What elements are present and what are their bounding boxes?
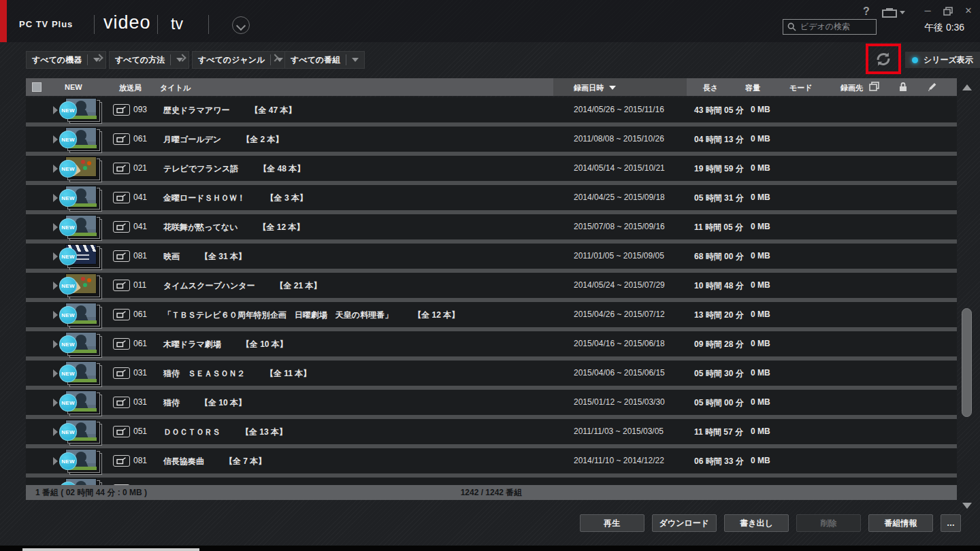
program-title: テレビでフランス語: [163, 163, 238, 175]
table-row[interactable]: NEW 011 タイムスクープハンター 【全 21 本】 2014/05/24 …: [26, 273, 957, 298]
table-row[interactable]: NEW 081 信長協奏曲 【全 7 本】 2014/11/10 ~ 2014/…: [26, 448, 957, 473]
scroll-down-icon[interactable]: [962, 503, 972, 509]
export-button[interactable]: 書き出し: [724, 514, 789, 532]
copy-count-icon[interactable]: [869, 82, 880, 93]
record-date-range: 2015/01/12 ~ 2015/03/30: [574, 397, 665, 407]
table-row[interactable]: NEW: [26, 478, 957, 485]
status-bar: 1242 / 1242 番組 1 番組 ( 02 時間 44 分 : 0 MB …: [26, 485, 957, 500]
lock-icon[interactable]: [898, 82, 909, 93]
total-duration: 11 時間 05 分: [694, 222, 743, 233]
col-size[interactable]: 容量: [745, 83, 760, 93]
table-row[interactable]: NEW 051 ＤＯＣＴＯＲＳ 【全 13 本】 2011/11/03 ~ 20…: [26, 419, 957, 444]
total-size: 0 MB: [751, 368, 770, 378]
col-length[interactable]: 長さ: [703, 83, 718, 93]
filter-device[interactable]: すべての機器: [26, 51, 106, 69]
search-input[interactable]: ビデオの検索: [783, 19, 877, 35]
record-date-range: 2011/01/05 ~ 2015/09/05: [574, 251, 664, 261]
filter-method[interactable]: すべての方法: [109, 51, 189, 69]
thumbnail: NEW: [65, 420, 97, 441]
expand-arrow-icon[interactable]: [53, 340, 58, 348]
search-placeholder: ビデオの検索: [800, 21, 850, 33]
expand-arrow-icon[interactable]: [53, 282, 58, 290]
vertical-scrollbar[interactable]: [958, 80, 976, 510]
close-button[interactable]: ✕: [961, 5, 976, 18]
expand-arrow-icon[interactable]: [53, 457, 58, 465]
expand-arrow-icon[interactable]: [53, 106, 58, 114]
total-size: 0 MB: [751, 163, 770, 173]
download-button[interactable]: ダウンロード: [652, 514, 717, 532]
episode-count: 【全 3 本】: [266, 193, 308, 204]
total-size: 0 MB: [751, 427, 770, 436]
col-dest[interactable]: 録画先: [840, 83, 863, 93]
new-badge: NEW: [59, 306, 77, 324]
col-new[interactable]: NEW: [65, 83, 82, 91]
expand-arrow-icon[interactable]: [53, 194, 58, 202]
expand-arrow-icon[interactable]: [53, 369, 58, 378]
table-row[interactable]: NEW 061 木曜ドラマ劇場 【全 10 本】 2015/04/16 ~ 20…: [26, 331, 957, 356]
expand-arrow-icon[interactable]: [53, 399, 58, 407]
edit-pencil-icon[interactable]: [927, 82, 938, 93]
total-duration: 68 時間 00 分: [694, 251, 744, 263]
thumbnail: NEW: [65, 245, 97, 265]
record-date-range: 2014/11/10 ~ 2014/12/22: [574, 456, 664, 465]
scrollbar-thumb[interactable]: [962, 308, 972, 417]
taskbar-item: [22, 548, 199, 551]
new-badge: NEW: [59, 335, 77, 353]
episode-count: 【全 2 本】: [242, 134, 283, 146]
tools-menu-icon[interactable]: [882, 7, 905, 18]
series-view-label: シリーズ表示: [924, 54, 973, 66]
table-row[interactable]: NEW 061 「ＴＢＳテレビ６０周年特別企画 日曜劇場 天皇の料理番」 【全 …: [26, 302, 957, 327]
col-mode[interactable]: モード: [789, 83, 813, 93]
col-station[interactable]: 放送局: [119, 83, 142, 93]
table-row[interactable]: NEW 031 猫侍 ＳＥＡＳＯＮ２ 【全 11 本】 2015/04/06 ~…: [26, 361, 957, 386]
table-row[interactable]: NEW 021 テレビでフランス語 【全 48 本】 2014/05/14 ~ …: [26, 156, 957, 181]
annotation-highlight: [866, 44, 901, 74]
select-all-checkbox[interactable]: [32, 82, 42, 92]
sort-desc-icon: [609, 86, 616, 90]
channel-number: 061: [133, 310, 147, 319]
tab-tv[interactable]: tv: [171, 15, 183, 33]
table-row[interactable]: NEW 041 花咲舞が黙ってない 【全 12 本】 2015/07/08 ~ …: [26, 214, 957, 239]
scroll-up-icon[interactable]: [962, 84, 972, 90]
thumbnail: NEW: [65, 450, 97, 470]
table-row[interactable]: NEW 081 映画 【全 31 本】 2011/01/05 ~ 2015/09…: [26, 244, 957, 269]
total-size: 0 MB: [751, 105, 770, 114]
expand-arrow-icon[interactable]: [53, 428, 58, 436]
col-rec-date[interactable]: 録画日時: [574, 83, 616, 93]
help-icon[interactable]: ?: [863, 5, 870, 18]
divider: [157, 15, 158, 34]
broadcast-type-icon: [113, 163, 130, 174]
restore-button[interactable]: [941, 5, 956, 18]
expand-arrow-icon[interactable]: [53, 165, 58, 173]
record-date-range: 2011/11/03 ~ 2015/03/05: [574, 427, 664, 436]
chevron-down-circle-icon[interactable]: [232, 16, 250, 34]
thumbnail: NEW: [65, 186, 97, 207]
program-info-button[interactable]: 番組情報: [868, 514, 933, 532]
expand-arrow-icon[interactable]: [53, 135, 58, 144]
filter-program-label: すべての番組: [291, 54, 340, 66]
episode-count: 【全 13 本】: [241, 427, 287, 438]
table-header: NEW 放送局 タイトル 録画日時 長さ 容量 モード 録画先: [26, 78, 957, 96]
new-badge: NEW: [59, 277, 77, 295]
tab-video[interactable]: video: [103, 12, 151, 33]
new-badge: NEW: [59, 101, 77, 119]
total-duration: 06 時間 33 分: [694, 456, 744, 467]
channel-number: 081: [133, 251, 147, 261]
table-row[interactable]: NEW 093 歴史ドラマアワー 【全 47 本】 2014/05/26 ~ 2…: [26, 97, 957, 122]
broadcast-type-icon: [113, 397, 130, 408]
expand-arrow-icon[interactable]: [53, 311, 58, 319]
col-title[interactable]: タイトル: [160, 83, 191, 93]
total-duration: 04 時間 13 分: [694, 134, 744, 146]
play-button[interactable]: 再生: [580, 514, 644, 532]
expand-arrow-icon[interactable]: [53, 252, 58, 261]
series-view-toggle[interactable]: シリーズ表示: [905, 52, 980, 68]
table-row[interactable]: NEW 061 月曜ゴールデン 【全 2 本】 2011/08/08 ~ 201…: [26, 127, 957, 152]
record-date-range: 2015/04/16 ~ 2015/06/18: [574, 339, 665, 348]
expand-arrow-icon[interactable]: [53, 223, 58, 231]
table-row[interactable]: NEW 041 金曜ロードＳＨＯＷ！ 【全 3 本】 2014/04/25 ~ …: [26, 185, 957, 210]
total-duration: 05 時間 00 分: [694, 397, 744, 409]
table-row[interactable]: NEW 031 猫侍 【全 10 本】 2015/01/12 ~ 2015/03…: [26, 390, 957, 415]
more-button[interactable]: …: [941, 514, 961, 532]
minimize-button[interactable]: ─: [920, 5, 935, 18]
filter-program[interactable]: すべての番組: [284, 51, 365, 69]
